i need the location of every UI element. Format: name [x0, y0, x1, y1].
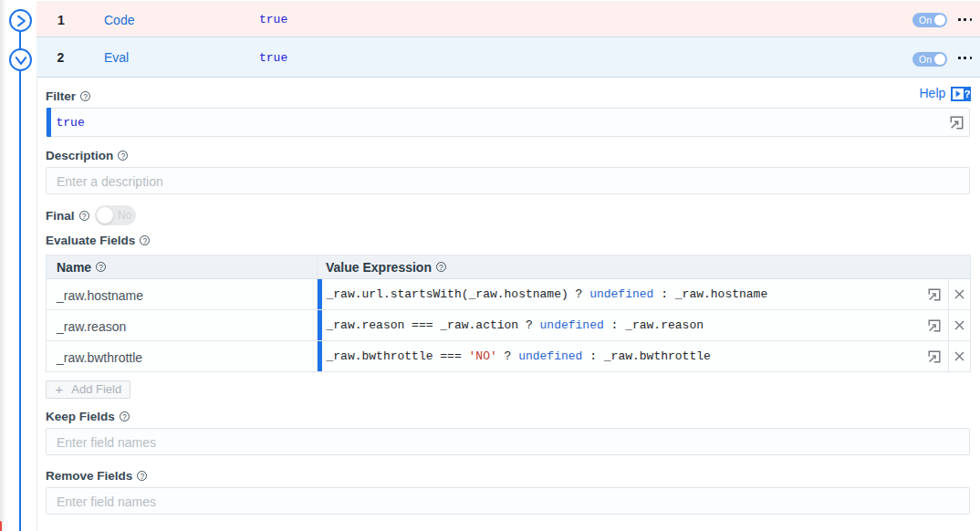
svg-text:?: ? — [964, 88, 970, 99]
